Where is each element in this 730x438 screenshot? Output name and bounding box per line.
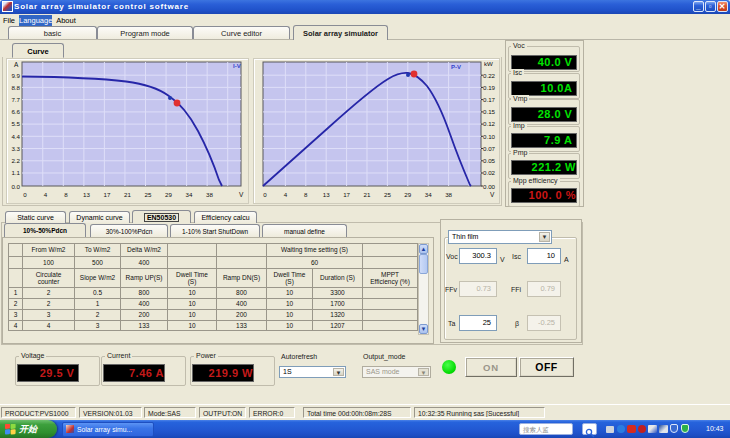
svg-text:7.7: 7.7 <box>11 96 20 103</box>
svg-text:8: 8 <box>304 191 308 198</box>
svg-text:kW: kW <box>484 60 493 67</box>
svg-text:3.3: 3.3 <box>11 145 20 152</box>
svg-text:29: 29 <box>165 191 172 198</box>
svg-text:25: 25 <box>384 191 391 198</box>
svg-text:21: 21 <box>364 191 371 198</box>
svg-text:4: 4 <box>44 191 48 198</box>
svg-text:17: 17 <box>104 191 111 198</box>
svg-text:I-V: I-V <box>233 63 241 69</box>
svg-text:0.19: 0.19 <box>483 84 496 91</box>
svg-text:21: 21 <box>124 191 131 198</box>
svg-text:4.4: 4.4 <box>11 133 20 140</box>
svg-text:25: 25 <box>145 191 152 198</box>
svg-text:13: 13 <box>83 191 90 198</box>
svg-text:V: V <box>490 191 495 198</box>
svg-text:13: 13 <box>323 191 330 198</box>
svg-text:1.1: 1.1 <box>11 169 20 176</box>
svg-text:0.02: 0.02 <box>483 169 496 176</box>
svg-text:5.5: 5.5 <box>11 120 20 127</box>
svg-text:P-V: P-V <box>451 64 461 70</box>
svg-text:0.05: 0.05 <box>483 157 496 164</box>
svg-text:A: A <box>14 61 19 68</box>
svg-text:38: 38 <box>445 191 452 198</box>
svg-text:2.2: 2.2 <box>11 157 20 164</box>
svg-text:0.17: 0.17 <box>483 96 496 103</box>
svg-text:0.0: 0.0 <box>11 183 20 190</box>
svg-text:4: 4 <box>284 191 288 198</box>
svg-text:34: 34 <box>186 191 193 198</box>
svg-text:V: V <box>239 191 244 198</box>
svg-text:6.6: 6.6 <box>11 108 20 115</box>
svg-text:8: 8 <box>64 191 68 198</box>
svg-text:0.00: 0.00 <box>483 183 496 190</box>
svg-text:34: 34 <box>425 191 432 198</box>
svg-text:0: 0 <box>263 191 267 198</box>
svg-text:17: 17 <box>343 191 350 198</box>
svg-text:38: 38 <box>206 191 213 198</box>
svg-text:0.07: 0.07 <box>483 145 496 152</box>
svg-text:0.12: 0.12 <box>483 120 496 127</box>
svg-text:9.9: 9.9 <box>11 72 20 79</box>
svg-text:0.10: 0.10 <box>483 133 496 140</box>
svg-text:29: 29 <box>404 191 411 198</box>
svg-text:0.22: 0.22 <box>483 72 496 79</box>
svg-text:0.15: 0.15 <box>483 108 496 115</box>
svg-text:8.8: 8.8 <box>11 84 20 91</box>
svg-text:0: 0 <box>23 191 27 198</box>
